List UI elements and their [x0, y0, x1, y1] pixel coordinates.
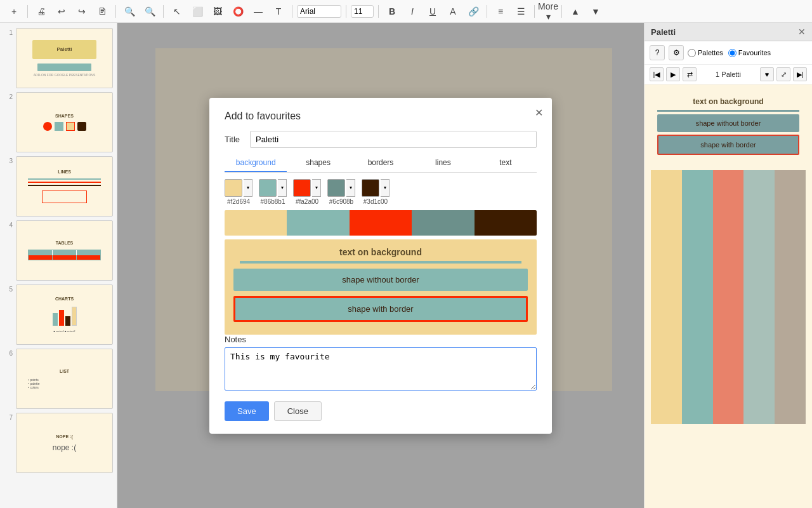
- shape-circle-button[interactable]: ⭕: [229, 3, 247, 20]
- slide-7-title: NOPE :(: [56, 434, 72, 439]
- color-col-2: ▾ #fa2a00: [293, 179, 321, 205]
- color-hex-shapes: #86b8b1: [261, 198, 285, 205]
- right-controls: ? ⚙ Palettes Favourites: [645, 41, 812, 65]
- link-button[interactable]: 🔗: [464, 3, 482, 20]
- slide-item[interactable]: 6 LIST • points • palette • colors: [4, 349, 113, 409]
- notes-textarea[interactable]: This is my favourite: [225, 347, 537, 391]
- print-button[interactable]: 🖨: [32, 3, 50, 20]
- font-selector[interactable]: Arial: [297, 5, 341, 18]
- color-bar-preview: [225, 210, 537, 236]
- slide-thumbnail[interactable]: TABLES: [16, 220, 113, 281]
- underline-button[interactable]: U: [424, 3, 442, 20]
- more-button[interactable]: More ▾: [539, 3, 557, 20]
- color-swatch-borders[interactable]: [293, 179, 311, 197]
- image-button[interactable]: 🖼: [209, 3, 226, 20]
- font-color-button[interactable]: A: [444, 3, 462, 20]
- save-button[interactable]: Save: [225, 401, 269, 421]
- slide-item[interactable]: 4 TABLES: [4, 220, 113, 281]
- color-col-4: ▾ #3d1c00: [362, 179, 390, 205]
- color-swatch-arrow-lines[interactable]: ▾: [346, 179, 355, 197]
- color-bar-0: [651, 170, 682, 424]
- nav-palette-label: Paletti: [721, 70, 741, 78]
- right-panel-close-button[interactable]: ✕: [798, 27, 806, 37]
- close-button[interactable]: Close: [274, 401, 322, 421]
- tab-lines[interactable]: lines: [412, 154, 474, 172]
- slide-number: 6: [4, 349, 13, 357]
- modal-overlay: Add to favourites ✕ Title background sha…: [117, 23, 644, 508]
- shape-rect-button[interactable]: ⬜: [188, 3, 206, 20]
- color-hex-borders: #fa2a00: [296, 198, 318, 205]
- slide-6-title: LIST: [60, 369, 69, 373]
- zoom-in-button[interactable]: 🔍: [141, 3, 159, 20]
- color-swatch-arrow-shapes[interactable]: ▾: [278, 179, 287, 197]
- zoom-out-button[interactable]: 🔍: [121, 3, 138, 20]
- slide-thumbnail[interactable]: CHARTS ■ series1 ■ series2: [16, 284, 113, 345]
- bold-button[interactable]: B: [383, 3, 401, 20]
- line-button[interactable]: —: [249, 3, 267, 20]
- redo-button[interactable]: ↪: [73, 3, 91, 20]
- nav-shuffle-button[interactable]: ⇄: [683, 67, 697, 81]
- color-swatch-lines[interactable]: [327, 179, 345, 197]
- slide-thumbnail[interactable]: LINES: [16, 156, 113, 217]
- down-button[interactable]: ▼: [587, 3, 605, 20]
- slide-number: 7: [4, 413, 13, 421]
- tab-background[interactable]: background: [225, 154, 287, 172]
- right-nav: |◀ ▶ ⇄ 1 Paletti ♥ ⤢ ▶|: [645, 65, 812, 84]
- right-color-bars: [651, 170, 806, 424]
- nav-expand-button[interactable]: ⤢: [776, 67, 790, 81]
- tab-text[interactable]: text: [475, 154, 537, 172]
- color-swatch-bg[interactable]: [225, 179, 242, 197]
- slide-thumbnail[interactable]: Paletti ADD-ON FOR GOOGLE PRESENTATIONS: [16, 28, 113, 88]
- italic-button[interactable]: I: [403, 3, 421, 20]
- font-size-input[interactable]: 11: [351, 5, 374, 18]
- right-content: text on background shape without border …: [645, 84, 812, 508]
- modal-palette-preview: text on background shape without border …: [225, 239, 537, 335]
- tab-shapes[interactable]: shapes: [287, 154, 349, 172]
- align-button[interactable]: ≡: [492, 3, 509, 20]
- settings-button[interactable]: ⚙: [669, 45, 684, 60]
- color-bar-1: [682, 170, 713, 424]
- color-hex-bg: #f2d694: [227, 198, 250, 205]
- preview-line: [240, 261, 521, 264]
- slide-thumbnail[interactable]: NOPE :( nope :(: [16, 413, 113, 473]
- slide-item[interactable]: 3 LINES: [4, 156, 113, 217]
- up-button[interactable]: ▲: [566, 3, 584, 20]
- slide-item[interactable]: 1 Paletti ADD-ON FOR GOOGLE PRESENTATION…: [4, 28, 113, 88]
- modal-dialog: Add to favourites ✕ Title background sha…: [209, 98, 552, 434]
- color-swatch-arrow-bg[interactable]: ▾: [244, 179, 252, 197]
- slide-thumbnail[interactable]: SHAPES: [16, 92, 113, 152]
- slide-item[interactable]: 2 SHAPES: [4, 92, 113, 152]
- slide-thumbnail[interactable]: LIST • points • palette • colors: [16, 349, 113, 409]
- title-input[interactable]: [250, 131, 537, 148]
- favourites-radio[interactable]: [728, 49, 737, 57]
- color-swatch-arrow-text[interactable]: ▾: [381, 179, 390, 197]
- nav-heart-button[interactable]: ♥: [760, 67, 774, 81]
- modal-close-button[interactable]: ✕: [535, 107, 543, 119]
- right-line: [657, 110, 799, 112]
- cursor-button[interactable]: ↖: [168, 3, 186, 20]
- nav-last-button[interactable]: ▶|: [793, 67, 807, 81]
- text-button[interactable]: T: [270, 3, 287, 20]
- list-button[interactable]: ☰: [512, 3, 530, 20]
- bar-seg-0: [225, 210, 287, 236]
- help-button[interactable]: ?: [650, 45, 665, 60]
- slide-1-subtitle: ADD-ON FOR GOOGLE PRESENTATIONS: [34, 73, 96, 77]
- nav-play-button[interactable]: ▶: [666, 67, 680, 81]
- palettes-radio[interactable]: [688, 49, 696, 57]
- color-swatch-arrow-borders[interactable]: ▾: [312, 179, 321, 197]
- slide-item[interactable]: 5 CHARTS ■ series1 ■ series2: [4, 284, 113, 345]
- slide-7-content: nope :(: [53, 443, 76, 452]
- list-item-3: • colors: [28, 385, 100, 389]
- undo-button[interactable]: ↩: [53, 3, 70, 20]
- favourites-radio-label[interactable]: Favourites: [728, 49, 771, 57]
- palettes-radio-label[interactable]: Palettes: [688, 49, 723, 57]
- color-swatch-shapes[interactable]: [259, 179, 277, 197]
- slide-5-title: CHARTS: [55, 297, 74, 301]
- title-label: Title: [225, 135, 250, 144]
- tab-borders[interactable]: borders: [350, 154, 412, 172]
- paint-button[interactable]: 🖹: [93, 3, 111, 20]
- color-swatch-text[interactable]: [362, 179, 379, 197]
- nav-first-button[interactable]: |◀: [650, 67, 664, 81]
- slide-item[interactable]: 7 NOPE :( nope :(: [4, 413, 113, 473]
- add-button[interactable]: +: [5, 3, 23, 20]
